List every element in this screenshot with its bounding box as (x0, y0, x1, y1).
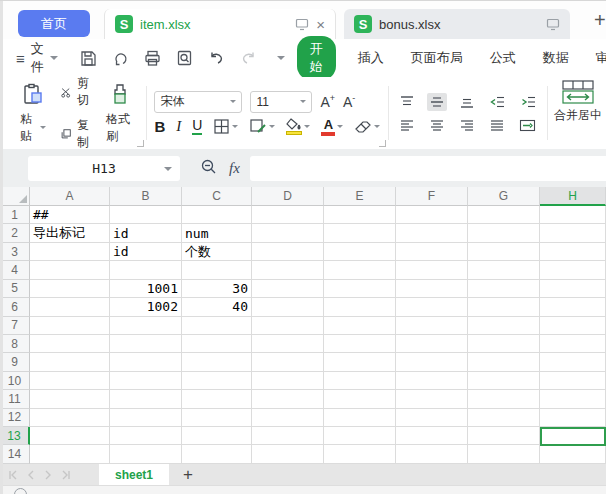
cell-C7[interactable] (182, 317, 252, 335)
cell-G10[interactable] (468, 372, 540, 390)
cell-F14[interactable] (396, 445, 468, 463)
column-header-H[interactable]: H (540, 187, 606, 206)
row-header-10[interactable]: 10 (0, 372, 30, 390)
cell-H1[interactable] (540, 206, 606, 224)
cell-G8[interactable] (468, 335, 540, 353)
cell-H14[interactable] (540, 445, 606, 463)
cell-B6[interactable]: 1002 (110, 298, 182, 316)
cell-H4[interactable] (540, 261, 606, 279)
borders-button[interactable] (213, 118, 238, 135)
row-header-11[interactable]: 11 (0, 390, 30, 408)
select-all-corner[interactable] (0, 187, 30, 206)
last-sheet-icon[interactable] (61, 470, 71, 480)
cell-B14[interactable] (110, 445, 182, 463)
print-button[interactable] (143, 49, 162, 68)
cell-G6[interactable] (468, 298, 540, 316)
cell-H7[interactable] (540, 317, 606, 335)
cell-C10[interactable] (182, 372, 252, 390)
cell-E8[interactable] (324, 335, 396, 353)
bold-button[interactable]: B (154, 118, 165, 135)
cell-H3[interactable] (540, 243, 606, 261)
cell-A7[interactable] (30, 317, 110, 335)
cell-D2[interactable] (252, 224, 324, 242)
cell-A10[interactable] (30, 372, 110, 390)
dialog-launcher-icon[interactable] (137, 140, 144, 147)
cut-button[interactable]: 剪切 (58, 73, 96, 111)
close-icon[interactable]: × (316, 17, 325, 32)
cell-A9[interactable] (30, 353, 110, 371)
cell-B12[interactable] (110, 409, 182, 427)
cell-A6[interactable] (30, 298, 110, 316)
cell-F11[interactable] (396, 390, 468, 408)
cell-C6[interactable]: 40 (182, 298, 252, 316)
cell-E3[interactable] (324, 243, 396, 261)
name-box[interactable]: H13 (28, 156, 180, 181)
menu-tab-review[interactable]: 审阅 (596, 49, 606, 67)
cell-D5[interactable] (252, 280, 324, 298)
cell-D13[interactable] (252, 427, 324, 445)
add-sheet-button[interactable]: + (183, 466, 193, 483)
cell-D14[interactable] (252, 445, 324, 463)
menu-tab-start[interactable]: 开始 (297, 36, 336, 80)
cell-C12[interactable] (182, 409, 252, 427)
copy-button[interactable]: 复制 (58, 115, 96, 153)
file-tab-item[interactable]: S item.xlsx × (104, 9, 336, 39)
cell-G5[interactable] (468, 280, 540, 298)
row-header-12[interactable]: 12 (0, 409, 30, 427)
status-icon[interactable] (14, 488, 27, 494)
cell-D3[interactable] (252, 243, 324, 261)
draw-border-button[interactable] (249, 118, 275, 135)
align-bottom-button[interactable] (457, 93, 477, 111)
cell-E14[interactable] (324, 445, 396, 463)
cell-B13[interactable] (110, 427, 182, 445)
cell-E2[interactable] (324, 224, 396, 242)
cell-F1[interactable] (396, 206, 468, 224)
column-header-F[interactable]: F (396, 187, 468, 206)
underline-button[interactable]: U (192, 118, 202, 135)
print-preview-button[interactable] (175, 49, 194, 68)
cell-D12[interactable] (252, 409, 324, 427)
formula-input[interactable] (250, 156, 606, 181)
cell-H9[interactable] (540, 353, 606, 371)
cell-D4[interactable] (252, 261, 324, 279)
cell-F6[interactable] (396, 298, 468, 316)
cell-B11[interactable] (110, 390, 182, 408)
cell-C14[interactable] (182, 445, 252, 463)
row-header-2[interactable]: 2 (0, 224, 30, 242)
cell-A13[interactable] (30, 427, 110, 445)
column-header-C[interactable]: C (182, 187, 252, 206)
cell-H11[interactable] (540, 390, 606, 408)
cell-A8[interactable] (30, 335, 110, 353)
cell-B2[interactable]: id (110, 224, 182, 242)
cell-H5[interactable] (540, 280, 606, 298)
cell-G1[interactable] (468, 206, 540, 224)
cell-E1[interactable] (324, 206, 396, 224)
cell-F13[interactable] (396, 427, 468, 445)
italic-button[interactable]: I (176, 118, 181, 135)
redo-button[interactable] (239, 49, 258, 68)
dialog-launcher-icon[interactable] (379, 140, 386, 147)
insert-function-button[interactable]: fx (229, 160, 240, 177)
cell-A4[interactable] (30, 261, 110, 279)
cell-F5[interactable] (396, 280, 468, 298)
cell-F10[interactable] (396, 372, 468, 390)
hamburger-menu-icon[interactable]: ≡ (16, 50, 24, 67)
cell-H6[interactable] (540, 298, 606, 316)
row-header-14[interactable]: 14 (0, 445, 30, 463)
paste-button[interactable]: 粘贴 (14, 78, 52, 149)
next-sheet-icon[interactable] (44, 470, 52, 480)
cell-E7[interactable] (324, 317, 396, 335)
cell-C9[interactable] (182, 353, 252, 371)
column-header-G[interactable]: G (468, 187, 540, 206)
row-header-4[interactable]: 4 (0, 261, 30, 279)
cell-D6[interactable] (252, 298, 324, 316)
cell-B8[interactable] (110, 335, 182, 353)
cell-D1[interactable] (252, 206, 324, 224)
column-header-A[interactable]: A (30, 187, 110, 206)
font-size-select[interactable]: 11 (250, 91, 312, 113)
row-header-6[interactable]: 6 (0, 298, 30, 316)
align-right-button[interactable] (457, 117, 477, 134)
column-header-B[interactable]: B (110, 187, 182, 206)
cell-A1[interactable]: ## (30, 206, 110, 224)
cell-G13[interactable] (468, 427, 540, 445)
